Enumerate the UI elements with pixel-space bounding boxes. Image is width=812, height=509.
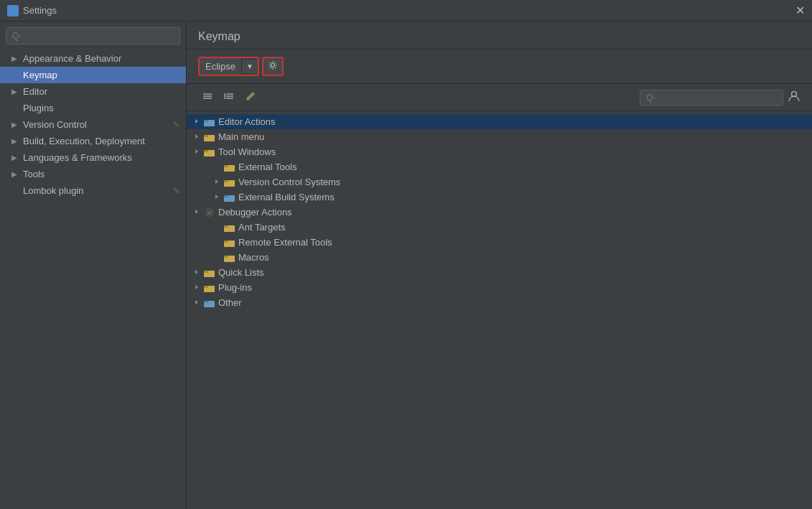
tree-folder-icon <box>224 162 235 172</box>
toolbar-right <box>640 90 801 106</box>
sidebar-item-appearance[interactable]: ▶Appearance & Behavior <box>0 50 186 67</box>
sidebar-item-keymap[interactable]: Keymap <box>0 67 186 83</box>
sidebar-item-languages[interactable]: ▶Languages & Frameworks <box>0 149 186 166</box>
svg-rect-0 <box>9 6 12 10</box>
svg-rect-35 <box>224 241 228 243</box>
tree-item-label: Quick Lists <box>218 267 264 278</box>
svg-rect-21 <box>204 150 208 152</box>
tree-item-label: Remote External Tools <box>238 237 332 248</box>
tree-folder-icon <box>204 117 215 127</box>
sidebar-search-input[interactable] <box>6 27 180 45</box>
keymap-dropdown[interactable]: Eclipse ▼ <box>198 57 259 76</box>
tree-folder-icon <box>204 283 215 293</box>
sidebar-item-label: Version Control <box>23 119 87 130</box>
svg-rect-46 <box>204 301 208 303</box>
svg-rect-29 <box>224 195 228 197</box>
svg-rect-43 <box>204 286 208 288</box>
svg-rect-18 <box>204 135 208 137</box>
svg-rect-26 <box>224 180 228 182</box>
tree-folder-icon <box>204 268 215 278</box>
tree-item-main-menu[interactable]: Main menu <box>187 129 812 144</box>
svg-point-31 <box>208 211 211 214</box>
tree-item-label: Ant Targets <box>238 222 286 233</box>
keymap-select[interactable]: Eclipse <box>200 58 241 75</box>
toolbar-left <box>198 88 260 106</box>
svg-rect-15 <box>204 120 208 122</box>
person-button[interactable] <box>788 90 801 106</box>
svg-marker-16 <box>195 134 198 139</box>
tree-item-external-build[interactable]: External Build Systems <box>187 190 812 205</box>
tree-folder-icon <box>224 177 235 187</box>
tree-item-ant-targets[interactable]: Ant Targets <box>187 220 812 235</box>
svg-marker-41 <box>195 285 198 289</box>
tree-item-label: Version Control Systems <box>238 177 340 187</box>
svg-rect-33 <box>224 225 228 228</box>
sidebar-item-vcs[interactable]: ▶Version Control✎ <box>0 116 186 133</box>
sidebar-item-label: Lombok plugin <box>23 185 84 196</box>
svg-marker-13 <box>195 119 198 123</box>
tree-arrow-icon <box>192 118 201 126</box>
sidebar-item-plugins[interactable]: Plugins <box>0 100 186 116</box>
collapse-all-button[interactable] <box>220 88 238 106</box>
tree-item-debugger-actions[interactable]: Debugger Actions <box>187 205 812 220</box>
tree-folder-icon <box>204 132 215 142</box>
tree-item-tool-windows[interactable]: Tool Windows <box>187 144 812 159</box>
tree-item-label: Debugger Actions <box>218 207 292 218</box>
tree-item-plug-ins[interactable]: Plug-ins <box>187 280 812 295</box>
tree-folder-icon <box>224 253 235 263</box>
tree-item-macros[interactable]: Macros <box>187 250 812 265</box>
tree-item-vcs[interactable]: Version Control Systems <box>187 174 812 190</box>
close-button[interactable]: ✕ <box>795 6 805 16</box>
keymap-gear-button[interactable] <box>262 57 284 76</box>
svg-marker-19 <box>195 149 198 154</box>
tree-folder-icon <box>224 223 235 233</box>
arrow-icon: ▶ <box>11 55 19 62</box>
tree-item-remote-external[interactable]: Remote External Tools <box>187 235 812 250</box>
keymap-dropdown-arrow[interactable]: ▼ <box>241 60 258 73</box>
content-title: Keymap <box>198 30 241 42</box>
tree-item-label: External Tools <box>238 162 297 172</box>
tree-item-editor-actions[interactable]: Editor Actions <box>187 114 812 129</box>
titlebar: Settings ✕ <box>0 0 812 22</box>
svg-marker-30 <box>195 210 198 214</box>
svg-rect-1 <box>14 6 17 10</box>
tree-item-label: Plug-ins <box>218 282 252 293</box>
tree-search-input[interactable] <box>640 90 783 106</box>
sidebar-item-tools[interactable]: ▶Tools <box>0 166 186 182</box>
svg-rect-3 <box>14 11 17 15</box>
tree-arrow-icon <box>192 148 201 156</box>
edit-icon[interactable]: ✎ <box>173 120 180 130</box>
sidebar-item-lombok[interactable]: Lombok plugin✎ <box>0 182 186 199</box>
sidebar-item-label: Plugins <box>23 103 54 113</box>
tree-item-label: External Build Systems <box>238 192 335 202</box>
sidebar-item-label: Keymap <box>23 70 57 80</box>
toolbar-row <box>187 84 812 111</box>
tree-folder-icon <box>224 192 235 202</box>
tree-arrow-icon <box>192 299 201 307</box>
sidebar: ▶Appearance & BehaviorKeymap▶EditorPlugi… <box>0 22 187 509</box>
svg-rect-2 <box>9 11 12 15</box>
sidebar-item-label: Languages & Frameworks <box>23 152 132 163</box>
content-area: Keymap Eclipse ▼ <box>187 22 812 509</box>
tree-folder-icon <box>204 207 215 218</box>
edit-icon[interactable]: ✎ <box>173 186 180 196</box>
svg-rect-40 <box>204 271 208 273</box>
tree-arrow-icon <box>192 284 201 291</box>
edit-button[interactable] <box>241 88 260 106</box>
tree-item-external-tools[interactable]: External Tools <box>187 159 812 174</box>
app-icon <box>7 5 19 17</box>
tree-item-quick-lists[interactable]: Quick Lists <box>187 265 812 280</box>
arrow-icon: ▶ <box>11 137 19 145</box>
window-title: Settings <box>23 5 57 16</box>
sidebar-item-build[interactable]: ▶Build, Execution, Deployment <box>0 133 186 149</box>
tree-item-other[interactable]: Other <box>187 295 812 310</box>
sidebar-item-editor[interactable]: ▶Editor <box>0 83 186 100</box>
arrow-icon: ▶ <box>11 154 19 162</box>
expand-all-button[interactable] <box>198 88 217 106</box>
sidebar-item-label: Tools <box>23 169 45 179</box>
sidebar-item-label: Build, Execution, Deployment <box>23 136 145 146</box>
keymap-selector-row: Eclipse ▼ <box>187 50 812 84</box>
titlebar-left: Settings <box>7 5 57 17</box>
arrow-icon: ▶ <box>11 170 19 178</box>
tree-folder-icon <box>204 147 215 157</box>
